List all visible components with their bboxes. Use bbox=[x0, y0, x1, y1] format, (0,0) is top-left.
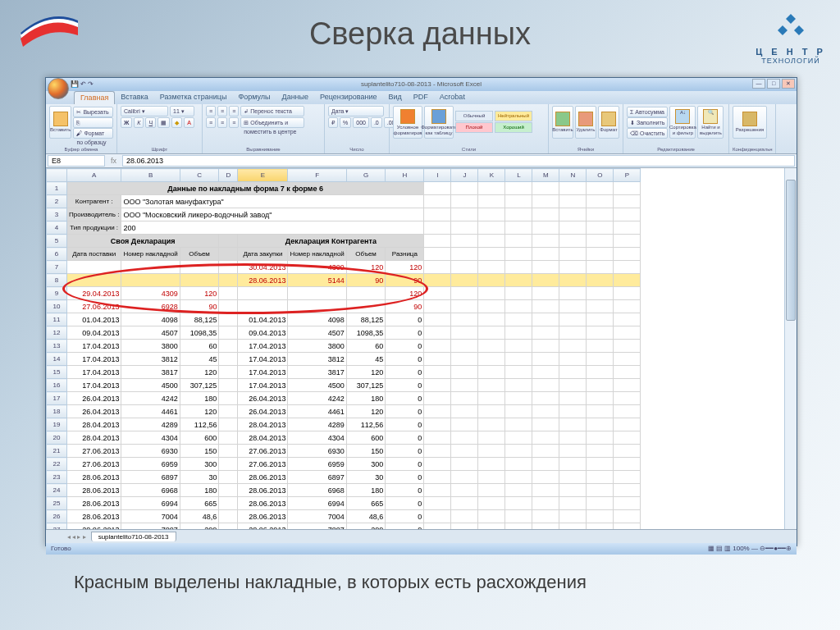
font-color-button[interactable]: A bbox=[184, 117, 194, 128]
row-header-8[interactable]: 8 bbox=[47, 274, 67, 287]
row-header-22[interactable]: 22 bbox=[47, 458, 67, 471]
row-header-5[interactable]: 5 bbox=[47, 235, 67, 248]
style-good[interactable]: Хороший bbox=[495, 122, 532, 133]
col-header-K[interactable]: K bbox=[478, 169, 505, 182]
row-header-15[interactable]: 15 bbox=[47, 366, 67, 379]
tab-Acrobat[interactable]: Acrobat bbox=[434, 91, 471, 104]
col-header-L[interactable]: L bbox=[505, 169, 532, 182]
currency-button[interactable]: ₽ bbox=[328, 117, 338, 128]
format-painter-button[interactable]: 🖌 Формат по образцу bbox=[73, 128, 113, 139]
clear-button[interactable]: ⌫ Очистить bbox=[627, 128, 668, 139]
quick-access-toolbar[interactable]: 💾 ↶ ↷ bbox=[71, 78, 94, 91]
row-header-18[interactable]: 18 bbox=[47, 405, 67, 418]
row-header-21[interactable]: 21 bbox=[47, 445, 67, 458]
close-button[interactable]: ✕ bbox=[782, 79, 795, 89]
cut-button[interactable]: ✂ Вырезать bbox=[73, 107, 113, 117]
tab-Главная[interactable]: Главная bbox=[74, 91, 115, 104]
row-header-2[interactable]: 2 bbox=[47, 195, 67, 208]
italic-button[interactable]: К bbox=[134, 117, 144, 128]
tab-Разметка страницы[interactable]: Разметка страницы bbox=[154, 91, 233, 104]
wrap-text-button[interactable]: ↲ Перенос текста bbox=[240, 106, 304, 116]
format-cells-button[interactable]: Формат bbox=[598, 106, 619, 139]
insert-cells-button[interactable]: Вставить bbox=[552, 106, 573, 139]
border-button[interactable]: ▦ bbox=[158, 117, 170, 128]
row-header-6[interactable]: 6 bbox=[47, 248, 67, 261]
row-header-14[interactable]: 14 bbox=[47, 353, 67, 366]
style-normal[interactable]: Обычный bbox=[455, 111, 493, 121]
grid-area[interactable]: ABCDEFGHIJKLMNOP1Данные по накладным фор… bbox=[46, 168, 797, 529]
col-header-E[interactable]: E bbox=[238, 169, 288, 182]
col-header-I[interactable]: I bbox=[424, 169, 451, 182]
row-header-25[interactable]: 25 bbox=[47, 497, 67, 510]
delete-cells-button[interactable]: Удалить bbox=[575, 106, 596, 139]
fx-icon[interactable]: fx bbox=[107, 157, 121, 165]
row-header-19[interactable]: 19 bbox=[47, 418, 67, 431]
row-header-20[interactable]: 20 bbox=[47, 431, 67, 445]
align-mid[interactable]: ≡ bbox=[217, 106, 227, 116]
font-name[interactable]: Calibri ▾ bbox=[121, 106, 168, 116]
col-header-M[interactable]: M bbox=[532, 169, 559, 182]
col-header-H[interactable]: H bbox=[386, 169, 424, 182]
row-header-10[interactable]: 10 bbox=[47, 300, 67, 313]
tab-Рецензирование[interactable]: Рецензирование bbox=[314, 91, 383, 104]
office-button[interactable] bbox=[48, 78, 69, 99]
tab-Вставка[interactable]: Вставка bbox=[115, 91, 153, 104]
row-header-13[interactable]: 13 bbox=[47, 340, 67, 353]
row-header-11[interactable]: 11 bbox=[47, 313, 67, 326]
tab-PDF[interactable]: PDF bbox=[408, 91, 434, 104]
col-header-D[interactable]: D bbox=[219, 169, 238, 182]
row-header-23[interactable]: 23 bbox=[47, 471, 67, 484]
sheet-tab[interactable]: suplantelito710-08-2013 bbox=[91, 532, 176, 541]
col-header-N[interactable]: N bbox=[559, 169, 587, 182]
font-size[interactable]: 11 ▾ bbox=[170, 106, 194, 116]
fill-button[interactable]: ⬇ Заполнить bbox=[627, 117, 668, 128]
percent-button[interactable]: % bbox=[340, 117, 351, 128]
col-header-F[interactable]: F bbox=[288, 169, 346, 182]
tab-Формулы[interactable]: Формулы bbox=[232, 91, 276, 104]
fill-color-button[interactable]: ◆ bbox=[171, 117, 182, 128]
row-header-26[interactable]: 26 bbox=[47, 510, 67, 523]
align-top[interactable]: ≡ bbox=[206, 106, 216, 116]
style-neutral[interactable]: Нейтральный bbox=[495, 111, 532, 121]
row-header-7[interactable]: 7 bbox=[47, 261, 67, 274]
align-right[interactable]: ≡ bbox=[229, 117, 239, 128]
row-header-17[interactable]: 17 bbox=[47, 392, 67, 405]
tab-Данные[interactable]: Данные bbox=[276, 91, 315, 104]
row-header-9[interactable]: 9 bbox=[47, 287, 67, 300]
col-header-C[interactable]: C bbox=[180, 169, 219, 182]
underline-button[interactable]: Ч bbox=[145, 117, 156, 128]
autosum-button[interactable]: Σ Автосумма bbox=[627, 107, 668, 117]
col-header-J[interactable]: J bbox=[451, 169, 478, 182]
formula-input[interactable]: 28.06.2013 bbox=[122, 155, 795, 167]
find-select-button[interactable]: 🔍Найти и выделить bbox=[697, 106, 724, 139]
minimize-button[interactable]: — bbox=[752, 79, 765, 89]
number-format-select[interactable]: Дата ▾ bbox=[328, 106, 384, 116]
col-header-P[interactable]: P bbox=[614, 169, 641, 182]
align-center[interactable]: ≡ bbox=[217, 117, 227, 128]
bold-button[interactable]: Ж bbox=[121, 117, 132, 128]
col-header-B[interactable]: B bbox=[121, 169, 180, 182]
merge-button[interactable]: ⊞ Объединить и поместить в центре bbox=[240, 117, 304, 128]
cond-format-button[interactable]: Условное форматиров bbox=[393, 106, 422, 139]
comma-button[interactable]: 000 bbox=[353, 117, 369, 128]
permissions-button[interactable]: Разрешения bbox=[733, 106, 767, 139]
row-header-1[interactable]: 1 bbox=[47, 182, 67, 195]
format-table-button[interactable]: Форматировать как таблицу bbox=[424, 106, 454, 139]
row-header-24[interactable]: 24 bbox=[47, 484, 67, 497]
row-header-27[interactable]: 27 bbox=[47, 523, 67, 530]
row-header-4[interactable]: 4 bbox=[47, 221, 67, 235]
style-bad[interactable]: Плохой bbox=[455, 122, 493, 133]
sort-filter-button[interactable]: А↓Сортировка и фильтр bbox=[669, 106, 696, 139]
row-header-3[interactable]: 3 bbox=[47, 208, 67, 221]
col-header-A[interactable]: A bbox=[67, 169, 121, 182]
row-header-16[interactable]: 16 bbox=[47, 379, 67, 392]
col-header-G[interactable]: G bbox=[346, 169, 386, 182]
maximize-button[interactable]: □ bbox=[767, 79, 780, 89]
align-bot[interactable]: ≡ bbox=[229, 106, 239, 116]
vertical-scrollbar[interactable] bbox=[784, 168, 797, 529]
align-left[interactable]: ≡ bbox=[206, 117, 216, 128]
name-box[interactable]: E8 bbox=[48, 155, 105, 167]
tab-Вид[interactable]: Вид bbox=[383, 91, 408, 104]
copy-button[interactable]: ⎘ Копировать bbox=[73, 117, 113, 128]
row-header-12[interactable]: 12 bbox=[47, 326, 67, 340]
